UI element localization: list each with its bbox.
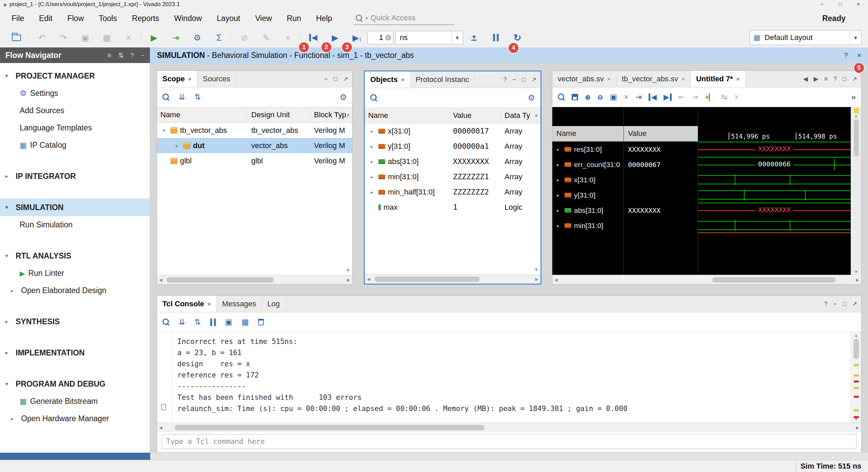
pause-icon[interactable] (210, 319, 216, 326)
scrollbar-thumb[interactable] (374, 276, 480, 282)
tab-log[interactable]: Log (262, 296, 285, 312)
window-close-button[interactable] (857, 2, 860, 7)
trash-icon[interactable] (258, 319, 264, 325)
minimize-icon[interactable] (141, 52, 144, 59)
tab-tb-vector-abs-sv[interactable]: tb_vector_abs.sv (616, 71, 691, 87)
menu-file[interactable]: File (4, 14, 32, 23)
quick-access-input[interactable] (371, 14, 452, 22)
close-icon[interactable] (682, 76, 685, 82)
time-unit-select[interactable]: ns (395, 31, 463, 44)
maximize-icon[interactable] (334, 76, 337, 82)
run-flow-button[interactable] (143, 33, 165, 43)
copy-button[interactable] (96, 33, 118, 43)
scroll-left-icon[interactable] (157, 426, 164, 430)
scrollbar-thumb[interactable] (853, 339, 859, 359)
section-program-and-debug[interactable]: PROGRAM AND DEBUG (0, 375, 150, 393)
help-icon[interactable] (833, 76, 837, 82)
scrollbar-thumb[interactable] (854, 119, 859, 157)
wave-canvas[interactable]: 514,996 ps 514,998 ps XXXXXXXX (698, 107, 851, 275)
sim-pause-button[interactable] (485, 34, 507, 41)
search-icon[interactable] (162, 94, 170, 101)
wave-signal-row[interactable]: x[31:0] (552, 172, 624, 187)
wave-signal-row[interactable]: res[31:0] (552, 142, 624, 157)
scroll-left-icon[interactable] (157, 278, 164, 282)
float-icon[interactable] (531, 77, 536, 83)
help-icon[interactable] (130, 52, 134, 59)
minimize-icon[interactable] (513, 77, 516, 83)
section-synthesis[interactable]: SYNTHESIS (0, 313, 150, 330)
sim-time-field[interactable] (368, 31, 393, 44)
section-implementation[interactable]: IMPLEMENTATION (0, 344, 150, 362)
delete-marker-icon[interactable] (734, 93, 739, 101)
sidebar-item-language-templates[interactable]: Language Templates (0, 119, 150, 137)
wave-signal-row[interactable]: err_count[31:0 (552, 157, 624, 172)
wave-horizontal-scrollbar[interactable] (552, 275, 861, 284)
close-icon[interactable] (607, 76, 611, 82)
collapse-all-icon[interactable] (179, 318, 185, 326)
scroll-down-icon[interactable] (854, 417, 858, 421)
wave-signal-row[interactable]: y[31:0] (552, 187, 624, 203)
sidebar-item-add-sources[interactable]: Add Sources (0, 102, 150, 119)
wave-value-header[interactable]: Value (624, 126, 698, 142)
scroll-left-icon[interactable] (365, 277, 372, 281)
tcl-vertical-scrollbar[interactable] (851, 332, 861, 423)
maximize-icon[interactable] (843, 301, 846, 307)
scroll-down-icon[interactable] (346, 268, 350, 273)
zoom-in-icon[interactable]: ⊕ (585, 93, 591, 101)
next-transition-icon[interactable] (692, 93, 698, 101)
edit-tool-button[interactable] (255, 33, 277, 43)
scrollbar-thumb[interactable] (175, 425, 485, 430)
float-icon[interactable] (852, 301, 857, 307)
close-icon[interactable] (188, 76, 192, 82)
tab-protocol-instances[interactable]: Protocol Instanc (410, 71, 475, 88)
table-row-selected[interactable]: dut vector_abs Verilog M (157, 138, 352, 153)
sidebar-item-generate-bitstream[interactable]: Generate Bitstream (0, 393, 150, 410)
report-summary-button[interactable] (208, 33, 230, 43)
save-button[interactable] (74, 33, 96, 43)
sim-time-input[interactable] (370, 33, 385, 42)
sidebar-item-open-hardware-manager[interactable]: Open Hardware Manager (0, 410, 150, 427)
scrollbar-thumb[interactable] (712, 277, 836, 283)
close-view-icon[interactable] (857, 52, 861, 59)
sidebar-item-settings[interactable]: Settings (0, 85, 150, 102)
tab-scope[interactable]: Scope (157, 71, 197, 87)
wave-name-header[interactable]: Name (552, 126, 624, 142)
open-project-button[interactable] (5, 35, 27, 41)
zoom-out-icon[interactable]: ⊖ (597, 93, 603, 101)
expand-collapse-icon[interactable] (118, 52, 123, 59)
clear-icon[interactable] (385, 35, 391, 41)
section-ip-integrator[interactable]: IP INTEGRATOR (0, 167, 150, 185)
tab-sources[interactable]: Sources (197, 71, 236, 87)
horizontal-scrollbar[interactable] (157, 275, 352, 284)
goto-end-icon[interactable] (664, 93, 672, 102)
more-tools-icon[interactable] (851, 93, 856, 101)
sidebar-item-open-elaborated-design[interactable]: Open Elaborated Design (0, 282, 150, 299)
sim-relaunch-button[interactable] (507, 32, 528, 43)
float-icon[interactable] (852, 76, 857, 82)
sidebar-item-run-simulation[interactable]: Run Simulation (0, 216, 150, 233)
expand-all-icon[interactable] (194, 93, 201, 101)
goto-start-icon[interactable] (649, 93, 657, 102)
table-row[interactable]: x[31:0] 00000017 Array (365, 123, 540, 139)
settings-gear-button[interactable] (186, 33, 208, 43)
scroll-up-icon[interactable] (854, 114, 858, 118)
swap-cursor-icon[interactable] (721, 93, 727, 101)
scroll-up-icon[interactable] (534, 113, 538, 117)
add-marker-icon[interactable]: +▏ (705, 93, 714, 101)
expand-all-icon[interactable] (194, 318, 201, 326)
scroll-right-icon[interactable] (533, 277, 540, 281)
tab-vector-abs-sv[interactable]: vector_abs.sv (552, 71, 616, 87)
column-header-design-unit[interactable]: Design Unit (248, 107, 311, 122)
table-row[interactable]: min[31:0] ZZZZZZZ1 Array (365, 169, 540, 184)
undo-button[interactable] (31, 33, 53, 43)
window-minimize-button[interactable] (821, 2, 824, 7)
close-icon[interactable] (208, 301, 211, 307)
scroll-down-icon[interactable] (534, 267, 538, 272)
tab-objects[interactable]: Objects (365, 71, 410, 88)
scroll-left-icon[interactable] (552, 278, 560, 282)
column-header-name[interactable]: Name (365, 108, 450, 123)
step-flow-button[interactable] (165, 33, 186, 43)
maximize-icon[interactable] (843, 76, 846, 82)
menu-edit[interactable]: Edit (32, 14, 60, 23)
menu-reports[interactable]: Reports (124, 14, 167, 23)
